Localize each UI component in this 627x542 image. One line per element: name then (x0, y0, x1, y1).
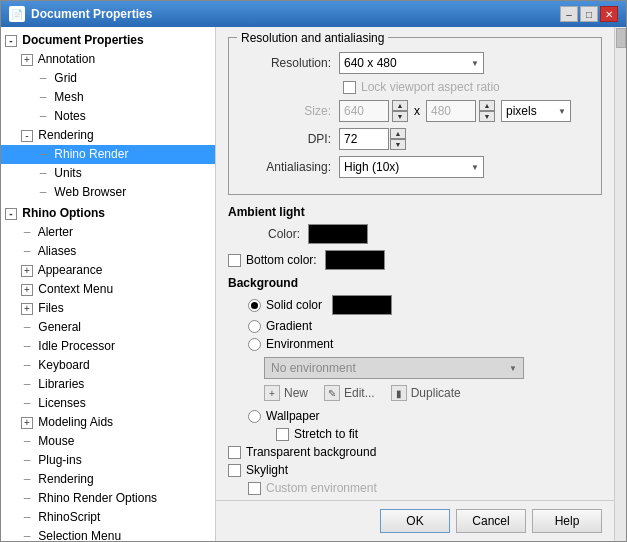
expand-icon-root: - (5, 35, 17, 47)
dash-icon-notes: – (37, 108, 49, 125)
tree-label-units: Units (54, 166, 81, 180)
dash-icon-idle-processor: – (21, 338, 33, 355)
resolution-arrow: ▼ (471, 59, 479, 68)
env-toolbar: + New ✎ Edit... ▮ Duplicate (264, 385, 602, 401)
size-height-up[interactable]: ▲ (479, 100, 495, 111)
custom-env-checkbox[interactable] (248, 482, 261, 495)
bottom-color-checkbox[interactable] (228, 254, 241, 267)
scrollbar[interactable] (614, 27, 626, 541)
sidebar-item-context-menu[interactable]: + Context Menu (1, 280, 215, 299)
antialiasing-arrow: ▼ (471, 163, 479, 172)
size-height-down[interactable]: ▼ (479, 111, 495, 122)
sidebar-item-general[interactable]: – General (1, 318, 215, 337)
antialiasing-value: High (10x) (344, 160, 399, 174)
antialiasing-select[interactable]: High (10x) ▼ (339, 156, 484, 178)
size-height-input[interactable]: 480 (426, 100, 476, 122)
bottom-color-swatch[interactable] (325, 250, 385, 270)
solid-color-label: Solid color (266, 298, 322, 312)
tree-label-rhinoscript: RhinoScript (38, 510, 100, 524)
sidebar-item-idle-processor[interactable]: – Idle Processor (1, 337, 215, 356)
size-width-down[interactable]: ▼ (392, 111, 408, 122)
transparent-bg-label: Transparent background (246, 445, 376, 459)
dpi-spinner: ▲ ▼ (390, 128, 406, 150)
scrollbar-thumb[interactable] (616, 28, 626, 48)
sidebar-item-appearance[interactable]: + Appearance (1, 261, 215, 280)
lock-viewport-checkbox[interactable] (343, 81, 356, 94)
tree-label-idle-processor: Idle Processor (38, 339, 115, 353)
sidebar-item-annotation[interactable]: + Annotation (1, 50, 215, 69)
duplicate-button[interactable]: ▮ Duplicate (391, 385, 461, 401)
ambient-light-section: Ambient light Color: Bottom color: (228, 205, 602, 270)
dash-icon-selection-menu: – (21, 528, 33, 541)
skylight-checkbox[interactable] (228, 464, 241, 477)
sidebar-item-licenses[interactable]: – Licenses (1, 394, 215, 413)
new-button[interactable]: + New (264, 385, 308, 401)
transparent-bg-row: Transparent background (228, 445, 602, 459)
sidebar-item-mesh[interactable]: – Mesh (1, 88, 215, 107)
expand-icon-rhino-options: - (5, 208, 17, 220)
tree-root[interactable]: - Document Properties (1, 31, 215, 50)
sidebar-item-selection-menu[interactable]: – Selection Menu (1, 527, 215, 541)
help-button[interactable]: Help (532, 509, 602, 533)
wallpaper-radio[interactable] (248, 410, 261, 423)
tree-label-mesh: Mesh (54, 90, 83, 104)
resolution-label: Resolution: (239, 56, 339, 70)
tree-label-notes: Notes (54, 109, 85, 123)
sidebar-item-web-browser[interactable]: – Web Browser (1, 183, 215, 202)
sidebar-item-libraries[interactable]: – Libraries (1, 375, 215, 394)
sidebar-item-rhino-render-options[interactable]: – Rhino Render Options (1, 489, 215, 508)
tree-label-rhino-options: Rhino Options (22, 206, 105, 220)
ok-button[interactable]: OK (380, 509, 450, 533)
tree-label-rhino-render-options: Rhino Render Options (38, 491, 157, 505)
sidebar-item-rhino-render[interactable]: – Rhino Render (1, 145, 215, 164)
sidebar-item-alerter[interactable]: – Alerter (1, 223, 215, 242)
dpi-up[interactable]: ▲ (390, 128, 406, 139)
dash-icon-mesh: – (37, 89, 49, 106)
solid-color-radio[interactable] (248, 299, 261, 312)
dpi-down[interactable]: ▼ (390, 139, 406, 150)
size-width-up[interactable]: ▲ (392, 100, 408, 111)
maximize-button[interactable]: □ (580, 6, 598, 22)
tree-root-rhino-options[interactable]: - Rhino Options (1, 204, 215, 223)
env-dropdown[interactable]: No environment ▼ (264, 357, 524, 379)
size-unit-arrow: ▼ (558, 107, 566, 116)
tree-label-mouse: Mouse (38, 434, 74, 448)
sidebar-item-mouse[interactable]: – Mouse (1, 432, 215, 451)
minimize-button[interactable]: – (560, 6, 578, 22)
sidebar-item-aliases[interactable]: – Aliases (1, 242, 215, 261)
sidebar-item-modeling-aids[interactable]: + Modeling Aids (1, 413, 215, 432)
sidebar-item-grid[interactable]: – Grid (1, 69, 215, 88)
resolution-select[interactable]: 640 x 480 ▼ (339, 52, 484, 74)
size-unit-value: pixels (506, 104, 537, 118)
cancel-button[interactable]: Cancel (456, 509, 526, 533)
window-title: Document Properties (31, 7, 152, 21)
gradient-label: Gradient (266, 319, 312, 333)
stretch-checkbox[interactable] (276, 428, 289, 441)
close-button[interactable]: ✕ (600, 6, 618, 22)
sidebar-item-rendering2[interactable]: – Rendering (1, 470, 215, 489)
sidebar-item-units[interactable]: – Units (1, 164, 215, 183)
sidebar-item-rendering[interactable]: - Rendering (1, 126, 215, 145)
main-content: - Document Properties + Annotation – Gri… (1, 27, 626, 541)
form-content: Resolution and antialiasing Resolution: … (216, 27, 614, 500)
tree-label-alerter: Alerter (38, 225, 73, 239)
sidebar-item-files[interactable]: + Files (1, 299, 215, 318)
solid-color-swatch[interactable] (332, 295, 392, 315)
tree-label-appearance: Appearance (38, 263, 103, 277)
sidebar-item-notes[interactable]: – Notes (1, 107, 215, 126)
env-dropdown-row: No environment ▼ (264, 357, 602, 379)
transparent-bg-checkbox[interactable] (228, 446, 241, 459)
sidebar-item-rhinoscript[interactable]: – RhinoScript (1, 508, 215, 527)
environment-label: Environment (266, 337, 333, 351)
edit-button[interactable]: ✎ Edit... (324, 385, 375, 401)
tree-label-aliases: Aliases (38, 244, 77, 258)
color-swatch[interactable] (308, 224, 368, 244)
sidebar-item-plug-ins[interactable]: – Plug-ins (1, 451, 215, 470)
environment-radio[interactable] (248, 338, 261, 351)
size-width-input[interactable]: 640 (339, 100, 389, 122)
sidebar-item-keyboard[interactable]: – Keyboard (1, 356, 215, 375)
size-unit-select[interactable]: pixels ▼ (501, 100, 571, 122)
tree-label-context-menu: Context Menu (38, 282, 113, 296)
dpi-input[interactable]: 72 (339, 128, 389, 150)
gradient-radio[interactable] (248, 320, 261, 333)
